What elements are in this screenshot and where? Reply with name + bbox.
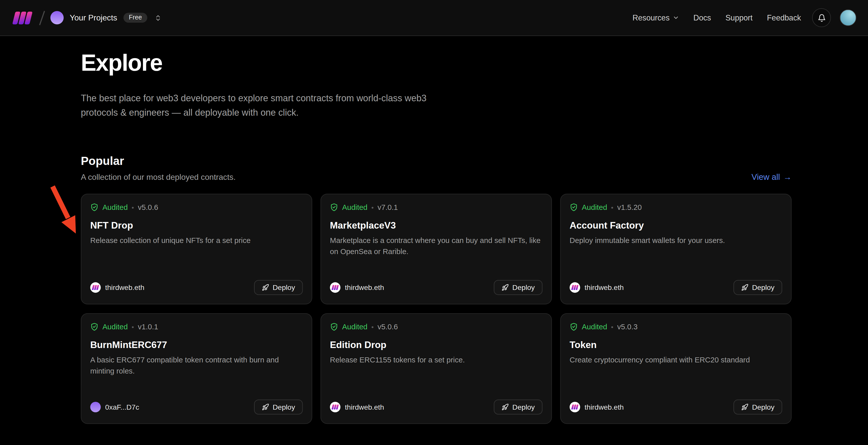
separator-dot: •	[371, 323, 374, 330]
deploy-button[interactable]: Deploy	[733, 280, 782, 295]
publisher-avatar	[90, 282, 101, 293]
contract-version: v1.5.20	[617, 203, 642, 212]
thirdweb-logo-icon[interactable]	[11, 11, 33, 25]
publisher-name: thirdweb.eth	[585, 283, 624, 292]
deploy-label: Deploy	[273, 283, 295, 292]
thirdweb-logo-icon	[572, 285, 578, 290]
publisher-link[interactable]: thirdweb.eth	[330, 402, 384, 412]
rocket-icon	[501, 404, 508, 411]
contracts-grid: Audited • v5.0.6 NFT Drop Release collec…	[81, 194, 792, 424]
team-switcher-button[interactable]	[154, 13, 163, 22]
contract-title: Token	[570, 340, 782, 352]
nav-feedback-label: Feedback	[767, 13, 801, 22]
top-navbar: Your Projects Free Resources Docs Suppor…	[0, 0, 868, 36]
nav-support[interactable]: Support	[725, 13, 752, 22]
breadcrumb-separator	[39, 10, 44, 25]
publisher-name: thirdweb.eth	[345, 403, 384, 411]
contract-version: v5.0.3	[617, 323, 638, 331]
team-name[interactable]: Your Projects	[70, 13, 117, 22]
separator-dot: •	[132, 204, 134, 211]
main-content: Explore The best place for web3 develope…	[81, 50, 792, 424]
view-all-link[interactable]: View all →	[751, 172, 792, 182]
audit-badge-row: Audited • v7.0.1	[330, 203, 542, 212]
rocket-icon	[741, 404, 748, 411]
rocket-icon	[741, 284, 748, 291]
page-title: Explore	[81, 50, 792, 76]
arrow-right-icon: →	[783, 172, 792, 182]
nav-docs[interactable]: Docs	[693, 13, 711, 22]
bell-icon	[817, 13, 826, 22]
separator-dot: •	[371, 204, 374, 211]
contract-description: Marketplace is a contract where you can …	[330, 235, 542, 257]
card-footer: thirdweb.eth Deploy	[570, 400, 782, 415]
shield-check-icon	[330, 203, 338, 212]
view-all-label: View all	[751, 172, 780, 182]
contract-title: Account Factory	[570, 220, 782, 232]
nav-feedback[interactable]: Feedback	[767, 13, 801, 22]
deploy-button[interactable]: Deploy	[733, 400, 782, 415]
contract-card[interactable]: Audited • v1.5.20 Account Factory Deploy…	[560, 194, 792, 304]
nav-support-label: Support	[725, 13, 752, 22]
contract-card[interactable]: Audited • v7.0.1 MarketplaceV3 Marketpla…	[320, 194, 552, 304]
deploy-label: Deploy	[512, 403, 535, 411]
contract-title: Edition Drop	[330, 340, 542, 352]
contract-description: Deploy immutable smart wallets for your …	[570, 235, 782, 246]
publisher-avatar	[330, 282, 341, 293]
audited-label: Audited	[582, 323, 607, 331]
audited-label: Audited	[342, 323, 367, 331]
red-annotation-arrow-icon	[49, 183, 82, 235]
page-subtitle: The best place for web3 developers to ex…	[81, 91, 457, 120]
contract-card[interactable]: Audited • v1.0.1 BurnMintERC677 A basic …	[81, 313, 312, 424]
deploy-label: Deploy	[752, 283, 775, 292]
thirdweb-logo-icon	[332, 285, 338, 290]
shield-check-icon	[90, 323, 98, 331]
publisher-link[interactable]: 0xaF...D7c	[90, 402, 139, 412]
publisher-name: thirdweb.eth	[585, 403, 624, 411]
shield-check-icon	[330, 323, 338, 331]
nav-resources[interactable]: Resources	[632, 13, 679, 22]
deploy-button[interactable]: Deploy	[494, 400, 542, 415]
deploy-button[interactable]: Deploy	[254, 280, 303, 295]
separator-dot: •	[611, 204, 613, 211]
thirdweb-logo-icon	[572, 405, 578, 410]
nav-docs-label: Docs	[693, 13, 711, 22]
chevron-down-icon	[672, 14, 679, 21]
card-footer: 0xaF...D7c Deploy	[90, 400, 303, 415]
publisher-avatar	[330, 402, 341, 412]
rocket-icon	[261, 404, 269, 411]
thirdweb-logo-icon	[332, 405, 338, 410]
thirdweb-logo-icon	[93, 285, 98, 290]
publisher-link[interactable]: thirdweb.eth	[570, 402, 624, 412]
notifications-button[interactable]	[812, 8, 831, 27]
section-title: Popular	[81, 154, 236, 168]
audit-badge-row: Audited • v5.0.6	[90, 203, 303, 212]
audit-badge-row: Audited • v5.0.3	[570, 323, 782, 331]
user-avatar[interactable]	[840, 9, 857, 26]
popular-section-header: Popular A collection of our most deploye…	[81, 154, 792, 182]
publisher-link[interactable]: thirdweb.eth	[330, 282, 384, 293]
publisher-link[interactable]: thirdweb.eth	[90, 282, 144, 293]
publisher-name: thirdweb.eth	[345, 283, 384, 292]
contract-card[interactable]: Audited • v5.0.3 Token Create cryptocurr…	[560, 313, 792, 424]
publisher-name: thirdweb.eth	[105, 283, 144, 292]
contract-card[interactable]: Audited • v5.0.6 NFT Drop Release collec…	[81, 194, 312, 304]
team-avatar[interactable]	[50, 11, 64, 25]
contract-description: Create cryptocurrency compliant with ERC…	[570, 355, 782, 366]
plan-badge: Free	[123, 12, 148, 23]
contract-version: v5.0.6	[138, 203, 158, 212]
publisher-link[interactable]: thirdweb.eth	[570, 282, 624, 293]
card-footer: thirdweb.eth Deploy	[570, 280, 782, 295]
card-footer: thirdweb.eth Deploy	[90, 280, 303, 295]
deploy-label: Deploy	[512, 283, 535, 292]
separator-dot: •	[132, 323, 134, 330]
contract-description: Release collection of unique NFTs for a …	[90, 235, 303, 246]
contract-card[interactable]: Audited • v5.0.6 Edition Drop Release ER…	[320, 313, 552, 424]
deploy-button[interactable]: Deploy	[494, 280, 542, 295]
audited-label: Audited	[102, 203, 128, 212]
deploy-button[interactable]: Deploy	[254, 400, 303, 415]
publisher-avatar	[570, 402, 580, 412]
chevrons-up-down-icon	[155, 14, 162, 21]
card-footer: thirdweb.eth Deploy	[330, 400, 542, 415]
rocket-icon	[261, 284, 269, 291]
contract-description: Release ERC1155 tokens for a set price.	[330, 355, 542, 366]
